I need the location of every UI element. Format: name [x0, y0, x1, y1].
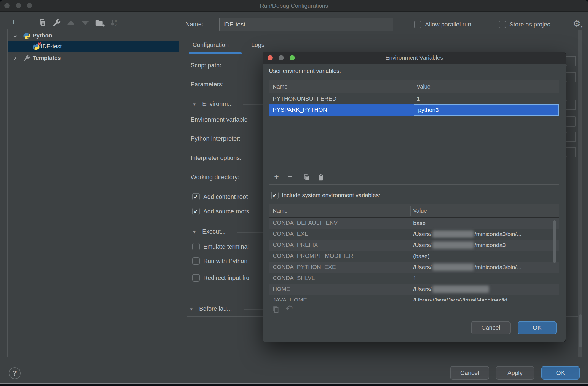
remove-variable-button[interactable]: −	[288, 172, 293, 181]
tab-logs[interactable]: Logs	[251, 41, 264, 49]
script-path-label: Script path:	[191, 62, 221, 69]
env-var-name: CONDA_PROMPT_MODIFIER	[273, 253, 353, 259]
before-launch-section-label[interactable]: Before lau...	[199, 305, 232, 312]
sort-configurations-button[interactable]: a z	[109, 18, 119, 28]
name-column-header[interactable]: Name	[273, 208, 287, 214]
user-env-vars-table: Name Value PYTHONUNBUFFERED 1 PYSPARK_PY…	[269, 80, 559, 185]
section-collapse-icon[interactable]: ▼	[189, 307, 193, 312]
remove-configuration-button[interactable]: −	[22, 17, 33, 28]
move-down-icon[interactable]	[82, 21, 89, 25]
chevron-down-icon[interactable]	[12, 33, 18, 39]
value-column-header[interactable]: Value	[413, 208, 427, 214]
config-panel-scrollbar[interactable]	[578, 30, 582, 357]
tab-configuration[interactable]: Configuration	[193, 41, 229, 49]
table-row-selected[interactable]: PYSPARK_PYTHON python3	[269, 104, 559, 116]
environment-section-label[interactable]: Environm...	[202, 100, 233, 108]
ok-button-label: OK	[556, 369, 565, 377]
sort-alpha-icon: a z	[109, 18, 119, 28]
question-mark-icon: ?	[13, 369, 17, 377]
section-collapse-icon[interactable]: ▼	[192, 230, 196, 234]
redacted-username	[432, 242, 474, 249]
redacted-username	[432, 286, 489, 293]
emulate-terminal-checkbox[interactable]	[192, 243, 200, 250]
name-column-header[interactable]: Name	[273, 84, 287, 90]
section-rule	[244, 309, 263, 310]
name-input-value: IDE-test	[223, 21, 245, 28]
name-label: Name:	[185, 21, 203, 28]
tree-item-label: Python	[33, 32, 52, 39]
tree-item-python[interactable]: Python	[8, 31, 179, 41]
column-separator[interactable]	[414, 82, 414, 92]
add-variable-button[interactable]: +	[274, 172, 279, 181]
table-row[interactable]: CONDA_PYTHON_EXE /Users//miniconda3/bin/…	[269, 262, 559, 273]
add-source-roots-checkbox[interactable]: ✓	[192, 208, 200, 215]
help-button[interactable]: ?	[9, 367, 21, 379]
undo-icon[interactable]: ↶	[285, 303, 293, 314]
execution-section-label[interactable]: Execut...	[202, 228, 226, 235]
include-system-env-checkbox[interactable]: ✓	[271, 192, 279, 199]
new-folder-icon	[95, 18, 105, 28]
ok-button-label: OK	[533, 324, 542, 331]
table-row[interactable]: HOME /Users/	[269, 284, 559, 295]
wrench-icon	[23, 55, 30, 62]
field-stub[interactable]	[566, 100, 576, 110]
scrollbar-thumb[interactable]	[579, 314, 582, 347]
field-stub[interactable]	[566, 147, 576, 157]
env-var-name: PYTHONUNBUFFERED	[273, 95, 336, 102]
field-stub[interactable]	[566, 132, 576, 142]
copy-configuration-button[interactable]	[38, 18, 47, 28]
cancel-button-label: Cancel	[460, 369, 479, 377]
copy-icon[interactable]	[302, 173, 311, 182]
run-with-python-checkbox[interactable]	[192, 257, 200, 265]
add-configuration-button[interactable]: +	[8, 17, 19, 28]
name-input[interactable]: IDE-test	[219, 18, 393, 31]
section-collapse-icon[interactable]: ▼	[192, 102, 196, 107]
copy-icon[interactable]	[272, 305, 280, 314]
allow-parallel-run-checkbox[interactable]	[414, 21, 421, 28]
table-row[interactable]: CONDA_SHLVL 1	[269, 273, 559, 284]
chevron-right-icon[interactable]	[12, 55, 18, 61]
store-as-project-checkbox[interactable]	[499, 21, 506, 28]
env-var-value-editor[interactable]: python3	[414, 104, 559, 116]
tree-item-templates[interactable]: Templates	[8, 52, 179, 63]
value-column-header[interactable]: Value	[417, 84, 431, 90]
column-separator[interactable]	[410, 206, 411, 216]
table-header: Name Value	[269, 80, 559, 93]
ok-button[interactable]: OK	[541, 366, 580, 380]
edit-templates-button[interactable]	[52, 18, 61, 28]
gear-icon[interactable]: ⚙	[573, 18, 581, 29]
section-rule	[237, 232, 263, 233]
env-var-value: /Users/	[413, 286, 432, 293]
system-env-vars-table: Name Value CONDA_DEFAULT_ENV base CONDA_…	[269, 204, 559, 301]
dialog-title: Environment Variables	[263, 54, 566, 61]
cancel-button[interactable]: Cancel	[450, 366, 489, 380]
redacted-username	[432, 264, 474, 271]
table-row[interactable]: JAVA_HOME /Library/Java/JavaVirtualMachi…	[269, 295, 559, 301]
paste-icon[interactable]	[317, 173, 325, 181]
redacted-username	[432, 230, 474, 238]
active-tab-underline	[189, 52, 242, 54]
create-folder-button[interactable]	[95, 18, 105, 28]
table-row[interactable]: CONDA_EXE /Users//miniconda3/bin/...	[269, 229, 559, 240]
table-row[interactable]: CONDA_PROMPT_MODIFIER (base)	[269, 251, 559, 262]
dialog-cancel-button[interactable]: Cancel	[471, 321, 511, 334]
apply-button[interactable]: Apply	[496, 366, 534, 380]
table-row[interactable]: PYTHONUNBUFFERED 1	[269, 93, 559, 104]
gear-caret-icon: ▾	[581, 24, 583, 29]
env-var-name: CONDA_EXE	[273, 230, 309, 237]
check-icon: ✓	[194, 194, 199, 200]
table-row[interactable]: CONDA_PREFIX /Users//miniconda3	[269, 240, 559, 251]
redirect-input-label: Redirect input fro	[203, 274, 250, 282]
table-toolbar: + −	[269, 171, 559, 184]
redirect-input-checkbox[interactable]	[192, 274, 200, 282]
env-var-name: HOME	[273, 286, 290, 292]
table-scrollbar-thumb[interactable]	[553, 220, 556, 263]
field-stub[interactable]	[566, 116, 576, 127]
table-row[interactable]: CONDA_DEFAULT_ENV base	[269, 218, 559, 229]
field-stub[interactable]	[566, 56, 576, 66]
field-stub[interactable]	[566, 72, 576, 82]
move-up-icon[interactable]	[67, 20, 74, 25]
tree-item-ide-test[interactable]: ✕ IDE-test	[8, 41, 179, 52]
add-content-roots-checkbox[interactable]: ✓	[192, 193, 200, 200]
dialog-ok-button[interactable]: OK	[518, 321, 557, 334]
